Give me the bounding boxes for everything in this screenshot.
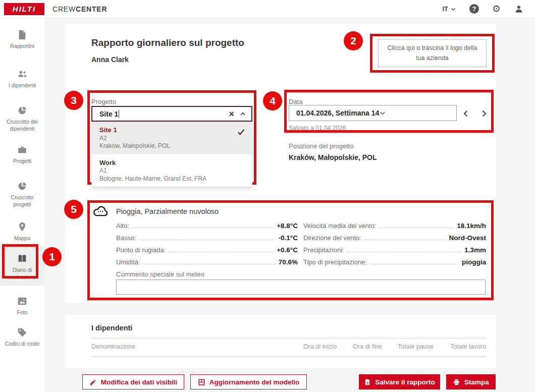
people-icon xyxy=(0,69,44,80)
settings-gear-icon[interactable]: ⚙ xyxy=(492,4,501,14)
button-label: Stampa xyxy=(464,378,489,386)
employees-title: I dipendenti xyxy=(91,324,132,332)
previous-day-button[interactable] xyxy=(460,107,472,120)
sidebar-item-diario-di-costruzione[interactable]: 1 Diario di costruzione xyxy=(0,246,44,286)
option-code: A1 xyxy=(99,167,244,175)
report-card: Rapporto giornaliero sul progetto Anna C… xyxy=(65,24,496,303)
dotted-leader xyxy=(139,240,276,240)
sidebar-item-label: Progetti xyxy=(0,158,44,165)
dotted-leader xyxy=(379,228,455,228)
button-label: Aggiornamento del modello xyxy=(209,378,300,386)
sidebar-item-dipendenti[interactable]: I dipendenti xyxy=(0,69,44,89)
weather-label: Punto di rugiada: xyxy=(116,246,166,255)
clear-icon[interactable]: × xyxy=(229,109,234,119)
chevron-up-icon[interactable] xyxy=(239,110,246,118)
project-input-value: Site 1 xyxy=(99,110,118,118)
document-icon xyxy=(364,378,371,386)
sidebar-item-label: Mappa xyxy=(0,235,44,242)
project-option-site1[interactable]: Site 1 A2 Kraków, Małopolskie, POL xyxy=(91,122,252,154)
weather-value: 70.6% xyxy=(279,258,298,267)
sidebar-item-progetti[interactable]: Progetti xyxy=(0,144,44,165)
user-profile-icon[interactable] xyxy=(514,4,524,14)
help-icon[interactable]: ? xyxy=(469,4,479,14)
weather-comment-input[interactable] xyxy=(116,279,486,295)
dotted-leader xyxy=(347,252,462,252)
date-select[interactable]: 01.04.2026, Settimana 14 xyxy=(289,105,457,121)
weather-label: Precipitazioni: xyxy=(303,246,344,255)
annotation-circle-2: 2 xyxy=(344,31,363,50)
weather-row: Direzione del vento:Nord-Ovest xyxy=(303,231,486,243)
sidebar-item-label: Rapportini xyxy=(0,43,44,50)
project-combobox-input[interactable]: Site 1 × xyxy=(91,106,252,122)
dotted-leader xyxy=(143,264,276,264)
sidebar-item-foto[interactable]: Foto xyxy=(0,296,44,316)
update-template-button[interactable]: Aggiornamento del modello xyxy=(190,374,307,389)
dotted-leader xyxy=(369,264,459,264)
dotted-leader xyxy=(364,240,447,240)
weather-value: 18.1km/h xyxy=(457,222,486,231)
tag-icon xyxy=(0,327,44,338)
sidebar-item-label: I dipendenti xyxy=(0,82,44,89)
dotted-leader xyxy=(168,252,274,252)
weather-value: -0.1°C xyxy=(279,234,298,243)
column-denominazione: Denominazione xyxy=(91,343,288,350)
weather-row: Precipitazioni:1.3mm xyxy=(303,243,486,255)
chevron-down-icon xyxy=(379,109,386,117)
weather-value: +0.6°C xyxy=(277,246,298,255)
project-option-work[interactable]: Work A1 Bologne, Haute-Marne, Grand Est,… xyxy=(91,154,252,187)
date-label: Data xyxy=(289,98,302,105)
weather-label: Direzione del vento: xyxy=(303,234,361,243)
date-value: 01.04.2026, Settimana 14 xyxy=(296,109,379,117)
rain-cloud-icon xyxy=(91,203,110,217)
printer-icon xyxy=(453,378,460,386)
edit-visible-data-button[interactable]: Modifica dei dati visibili xyxy=(82,374,184,389)
employees-table-header: Denominazione Ora di inizio Ora di fine … xyxy=(91,343,486,350)
weather-label: Umidità: xyxy=(116,258,140,267)
language-selector[interactable]: IT xyxy=(442,5,456,13)
checkmark-icon xyxy=(237,128,245,136)
saved-status: Salvato a 01.04.2026 xyxy=(289,125,346,132)
sidebar-item-cruscotto-progetti[interactable]: Cruscotto progetti xyxy=(0,181,44,208)
company-logo-dropzone[interactable]: Clicca qui o trascina il logo della tua … xyxy=(378,39,487,67)
weather-label: Alto: xyxy=(116,222,129,231)
sidebar-item-label: Codici di costo xyxy=(0,341,44,348)
pencil-icon xyxy=(89,378,97,386)
sidebar-item-rapportini[interactable]: Rapportini xyxy=(0,29,44,50)
language-label: IT xyxy=(442,5,448,13)
weather-row: Umidità:70.6% xyxy=(116,255,298,267)
page-title: Rapporto giornaliero sul progetto xyxy=(91,37,244,48)
sidebar-nav: Rapportini I dipendenti Cruscotto dei di… xyxy=(0,18,44,392)
option-code: A2 xyxy=(99,135,244,143)
employees-card: I dipendenti Denominazione Ora di inizio… xyxy=(65,315,496,368)
top-bar: HILTI CREWCENTER IT ? ⚙ xyxy=(0,0,535,18)
sidebar-item-mappa[interactable]: Mappa xyxy=(0,221,44,242)
sidebar-item-label: Cruscotto progetti xyxy=(0,194,44,208)
weather-row: Alto:+8.8°C xyxy=(116,219,298,231)
project-dropdown-list: Site 1 A2 Kraków, Małopolskie, POL Work … xyxy=(91,122,252,187)
weather-label: Velocità media del vento: xyxy=(303,222,377,231)
sidebar-item-codici-di-costo[interactable]: Codici di costo xyxy=(0,327,44,348)
save-report-button[interactable]: Salvare il rapporto xyxy=(359,374,440,389)
column-ora-di-fine: Ora di fine xyxy=(337,343,382,350)
weather-value: Nord-Ovest xyxy=(449,234,486,243)
column-ora-di-inizio: Ora di inizio xyxy=(288,343,337,350)
weather-row: Punto di rugiada:+0.6°C xyxy=(116,243,298,255)
button-label: Salvare il rapporto xyxy=(375,378,435,386)
weather-comment-label: Commento speciale sul meteo xyxy=(116,270,204,278)
project-location-value: Kraków, Małopolskie, POL xyxy=(289,153,377,161)
project-location-label: Posizione del progetto xyxy=(289,142,354,150)
chevron-down-icon xyxy=(450,6,456,12)
print-button[interactable]: Stampa xyxy=(446,374,496,389)
weather-row: Basso:-0.1°C xyxy=(116,231,298,243)
weather-summary: Pioggia, Parzialmente nuvoloso xyxy=(116,207,219,215)
option-location: Bologne, Haute-Marne, Grand Est, FRA xyxy=(99,175,244,183)
briefcase-icon xyxy=(0,144,44,155)
weather-label: Tipo di precipitazione: xyxy=(303,258,367,267)
weather-row: Velocità media del vento:18.1km/h xyxy=(303,219,486,231)
annotation-circle-3: 3 xyxy=(64,91,83,110)
next-day-button[interactable] xyxy=(478,107,490,120)
button-label: Modifica dei dati visibili xyxy=(101,378,178,386)
sidebar-item-cruscotto-dipendenti[interactable]: Cruscotto dei dipendenti xyxy=(0,105,44,132)
dotted-leader xyxy=(132,228,274,228)
column-totale-lavoro: Totale lavoro xyxy=(434,343,486,350)
